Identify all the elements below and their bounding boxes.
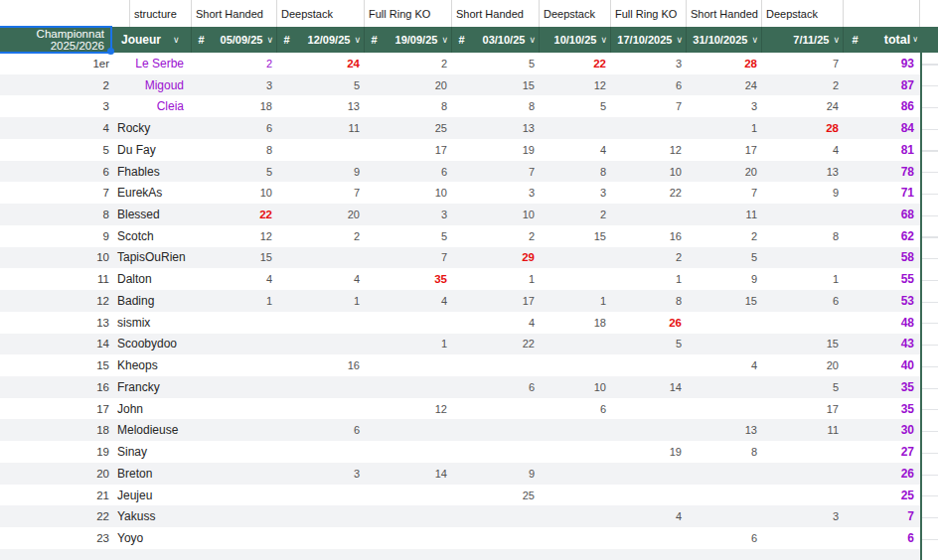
structure-cell[interactable]: Full Ring KO [610, 0, 686, 27]
empty-cell[interactable] [451, 354, 471, 376]
score-cell[interactable] [296, 247, 364, 269]
empty-cell[interactable] [276, 117, 296, 139]
score-cell[interactable]: 7 [296, 182, 364, 204]
empty-cell[interactable] [364, 117, 384, 139]
player-name-cell[interactable]: Francky [111, 376, 191, 398]
score-cell[interactable] [610, 527, 686, 549]
score-cell[interactable]: 28 [686, 53, 761, 74]
chevron-down-icon[interactable]: ∨ [751, 36, 758, 45]
score-cell[interactable]: 14 [384, 463, 451, 485]
score-cell[interactable] [296, 505, 364, 527]
player-name-cell[interactable]: Blessed [111, 204, 191, 225]
empty-cell[interactable] [364, 74, 384, 96]
score-cell[interactable]: 6 [610, 74, 686, 96]
empty-cell[interactable] [451, 334, 471, 355]
score-cell[interactable] [539, 247, 610, 269]
score-cell[interactable]: 18 [539, 312, 610, 334]
score-cell[interactable]: 3 [384, 204, 451, 225]
empty-cell[interactable] [276, 247, 296, 269]
score-cell[interactable]: 11 [686, 204, 761, 225]
score-cell[interactable] [471, 505, 539, 527]
total-cell[interactable]: 93 [866, 53, 920, 74]
player-name-cell[interactable]: Rocky [111, 117, 191, 139]
score-cell[interactable]: 22 [471, 334, 539, 355]
empty-cell[interactable] [451, 247, 471, 269]
score-cell[interactable] [761, 204, 843, 225]
score-cell[interactable]: 6 [296, 419, 364, 441]
date-header-cell[interactable]: 05/09/25∨ [211, 27, 276, 53]
score-cell[interactable]: 13 [296, 95, 364, 117]
total-cell[interactable]: 25 [866, 485, 920, 506]
empty-cell[interactable] [191, 53, 211, 74]
total-cell[interactable]: 71 [866, 182, 920, 204]
joueur-header-cell[interactable]: Joueur ∨ [111, 27, 191, 53]
score-cell[interactable] [384, 354, 451, 376]
empty-cell[interactable] [276, 268, 296, 290]
score-cell[interactable]: 6 [539, 398, 610, 420]
empty-cell[interactable] [276, 312, 296, 334]
score-cell[interactable] [761, 485, 843, 506]
total-cell[interactable]: 43 [866, 334, 920, 355]
score-cell[interactable] [211, 505, 276, 527]
empty-cell[interactable] [843, 398, 866, 420]
score-cell[interactable]: 3 [761, 505, 843, 527]
empty-cell[interactable] [191, 354, 211, 376]
empty-cell[interactable] [451, 139, 471, 161]
score-cell[interactable] [471, 441, 539, 463]
score-cell[interactable] [686, 376, 761, 398]
empty-cell[interactable] [364, 247, 384, 269]
score-cell[interactable]: 8 [539, 161, 610, 183]
date-header-cell[interactable]: 10/10/25∨ [539, 27, 610, 53]
score-cell[interactable] [539, 354, 610, 376]
chevron-down-icon[interactable]: ∨ [529, 36, 536, 45]
player-name-cell[interactable]: EurekAs [111, 182, 191, 204]
score-cell[interactable] [761, 527, 843, 549]
score-cell[interactable]: 2 [384, 53, 451, 74]
empty-cell[interactable] [364, 312, 384, 334]
empty-cell[interactable] [276, 53, 296, 74]
date-header-cell[interactable]: 12/09/25∨ [296, 27, 364, 53]
empty-cell[interactable] [451, 225, 471, 247]
empty-cell[interactable] [843, 204, 866, 225]
score-cell[interactable]: 6 [761, 290, 843, 312]
score-cell[interactable] [539, 441, 610, 463]
empty-cell[interactable] [364, 441, 384, 463]
score-cell[interactable]: 10 [384, 182, 451, 204]
score-cell[interactable]: 12 [211, 225, 276, 247]
empty-cell[interactable] [276, 182, 296, 204]
empty-cell[interactable] [276, 463, 296, 485]
structure-row-label[interactable]: structure [129, 0, 191, 27]
empty-cell[interactable] [276, 95, 296, 117]
pos-cell[interactable]: 23 [0, 527, 111, 549]
score-cell[interactable]: 18 [211, 95, 276, 117]
pos-cell[interactable]: 3 [0, 95, 111, 117]
empty-cell[interactable] [191, 247, 211, 269]
score-cell[interactable]: 4 [384, 290, 451, 312]
score-cell[interactable]: 17 [384, 139, 451, 161]
empty-cell[interactable] [451, 398, 471, 420]
score-cell[interactable] [211, 312, 276, 334]
score-cell[interactable] [539, 463, 610, 485]
empty-cell[interactable] [364, 398, 384, 420]
score-cell[interactable] [686, 334, 761, 355]
score-cell[interactable]: 1 [610, 268, 686, 290]
pos-cell[interactable]: 13 [0, 312, 111, 334]
score-cell[interactable]: 7 [384, 247, 451, 269]
empty-cell[interactable] [276, 161, 296, 183]
empty-cell[interactable] [843, 354, 866, 376]
empty-cell[interactable] [276, 290, 296, 312]
player-name-cell[interactable]: Melodieuse [111, 419, 191, 441]
score-cell[interactable]: 8 [686, 441, 761, 463]
empty-cell[interactable] [191, 527, 211, 549]
date-header-cell[interactable]: 19/09/25∨ [384, 27, 451, 53]
empty-cell[interactable] [364, 204, 384, 225]
score-cell[interactable]: 7 [610, 95, 686, 117]
player-name-cell[interactable]: TapisOuRien [111, 247, 191, 269]
chevron-down-icon[interactable]: ∨ [266, 36, 273, 45]
pos-cell[interactable]: 14 [0, 334, 111, 355]
empty-cell[interactable] [191, 312, 211, 334]
empty-cell[interactable] [843, 463, 866, 485]
empty-cell[interactable] [276, 74, 296, 96]
empty-cell[interactable] [843, 95, 866, 117]
score-cell[interactable]: 9 [686, 268, 761, 290]
